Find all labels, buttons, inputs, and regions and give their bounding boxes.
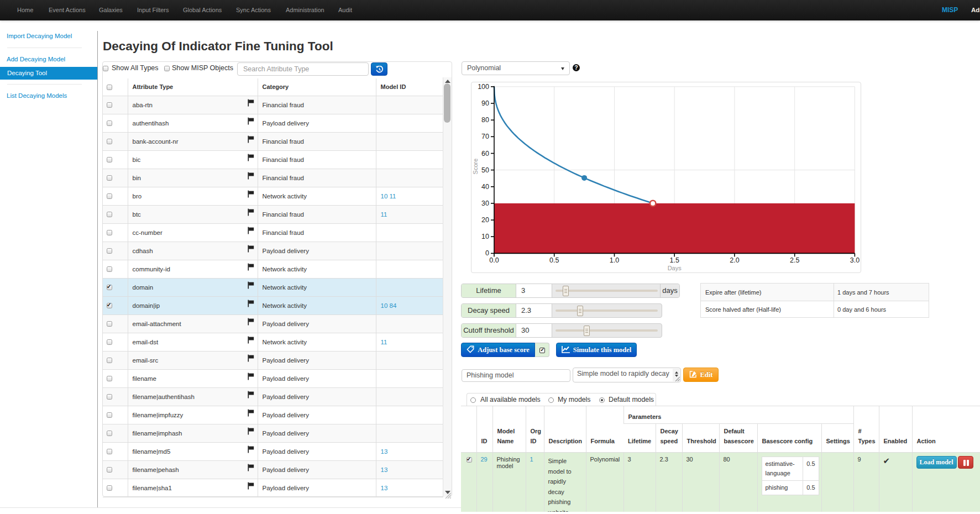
svg-text:20: 20 bbox=[481, 216, 489, 224]
svg-text:0: 0 bbox=[485, 249, 489, 257]
svg-text:60: 60 bbox=[481, 150, 489, 158]
svg-text:30: 30 bbox=[481, 200, 489, 207]
svg-text:80: 80 bbox=[481, 116, 489, 124]
svg-text:10: 10 bbox=[481, 233, 489, 240]
svg-text:0.5: 0.5 bbox=[549, 256, 559, 264]
svg-text:70: 70 bbox=[481, 133, 489, 140]
svg-text:2.0: 2.0 bbox=[730, 256, 739, 264]
svg-text:50: 50 bbox=[481, 166, 489, 174]
svg-text:100: 100 bbox=[478, 83, 489, 91]
svg-text:90: 90 bbox=[481, 99, 489, 107]
svg-text:0.0: 0.0 bbox=[489, 256, 499, 264]
svg-text:1.0: 1.0 bbox=[610, 256, 619, 264]
svg-text:2.5: 2.5 bbox=[790, 256, 799, 264]
svg-text:1.5: 1.5 bbox=[670, 256, 679, 264]
svg-text:Days: Days bbox=[668, 265, 682, 271]
svg-text:Score: Score bbox=[472, 159, 479, 175]
svg-text:40: 40 bbox=[481, 183, 489, 191]
svg-text:3.0: 3.0 bbox=[850, 256, 860, 264]
